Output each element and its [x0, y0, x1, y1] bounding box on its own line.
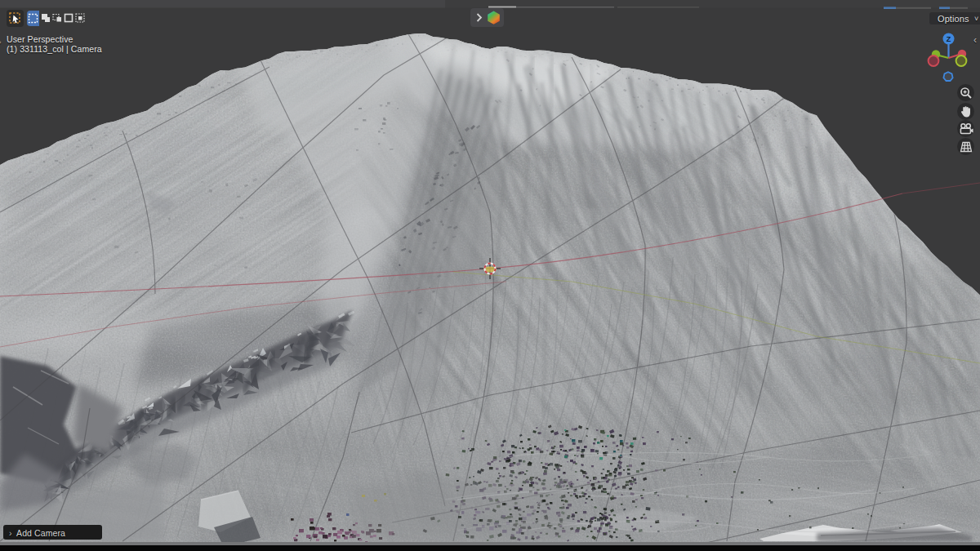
- svg-text:Z: Z: [947, 35, 951, 43]
